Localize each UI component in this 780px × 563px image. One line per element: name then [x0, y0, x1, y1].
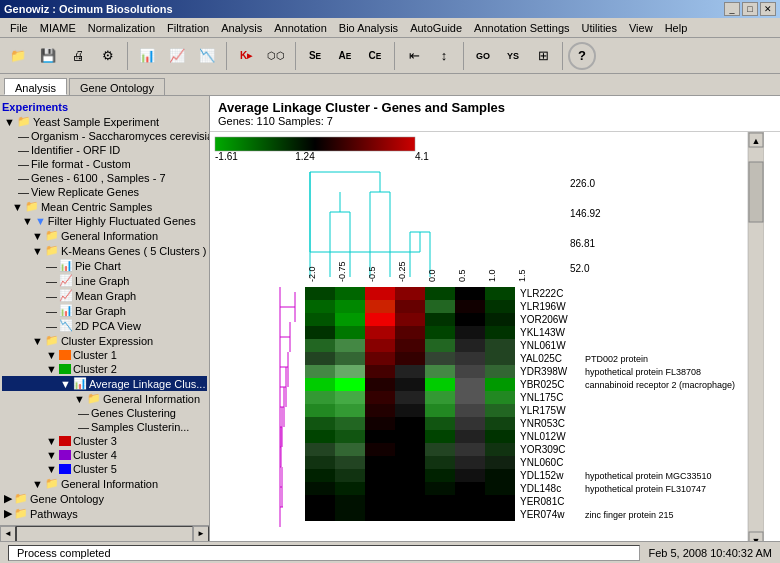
svg-rect-137	[365, 469, 395, 482]
tree-kmeans[interactable]: ▼ 📁 K-Means Genes ( 5 Clusters )	[2, 243, 207, 258]
tool-print[interactable]: 🖨	[64, 42, 92, 70]
gene-label-11: YNR053C	[520, 418, 565, 429]
close-button[interactable]: ✕	[760, 2, 776, 16]
svg-rect-63	[455, 326, 485, 339]
tree-cluster5[interactable]: ▼ Cluster 5	[2, 462, 207, 476]
tab-gene-ontology[interactable]: Gene Ontology	[69, 78, 165, 95]
tree-mean-centric[interactable]: ▼ 📁 Mean Centric Samples	[2, 199, 207, 214]
tree-cluster3[interactable]: ▼ Cluster 3	[2, 434, 207, 448]
gene-label-18: YER074w	[520, 509, 565, 520]
tool-nav2[interactable]: ↕	[430, 42, 458, 70]
tree-genes[interactable]: — Genes - 6100 , Samples - 7	[2, 171, 207, 185]
menu-utilities[interactable]: Utilities	[576, 20, 623, 36]
svg-rect-101	[335, 404, 365, 417]
svg-rect-65	[305, 339, 335, 352]
tree-samples-clustering[interactable]: — Samples Clusterin...	[2, 420, 207, 434]
scroll-right-btn[interactable]: ►	[193, 526, 209, 542]
tool-cluster[interactable]: ⬡⬡	[262, 42, 290, 70]
tree-general-info-2[interactable]: ▼ 📁 General Information	[2, 391, 207, 406]
svg-rect-37	[305, 287, 335, 300]
svg-rect-80	[335, 365, 365, 378]
svg-text:0.0: 0.0	[427, 269, 437, 282]
tree-filter[interactable]: ▼ ▼ Filter Highly Fluctuated Genes	[2, 214, 207, 228]
svg-rect-105	[455, 404, 485, 417]
tool-c1[interactable]: CE	[361, 42, 389, 70]
svg-rect-150	[335, 495, 365, 508]
status-datetime: Feb 5, 2008 10:40:32 AM	[648, 547, 772, 559]
tool-save[interactable]: 💾	[34, 42, 62, 70]
menu-normalization[interactable]: Normalization	[82, 20, 161, 36]
tool-open[interactable]: 📁	[4, 42, 32, 70]
tree-cluster2[interactable]: ▼ Cluster 2	[2, 362, 207, 376]
svg-rect-89	[395, 378, 425, 391]
menu-annotation[interactable]: Annotation	[268, 20, 333, 36]
menu-filtration[interactable]: Filtration	[161, 20, 215, 36]
svg-rect-48	[425, 300, 455, 313]
tree-view[interactable]: Experiments ▼ 📁 Yeast Sample Experiment …	[0, 96, 209, 525]
scroll-left-btn[interactable]: ◄	[0, 526, 16, 542]
status-bar: Process completed Feb 5, 2008 10:40:32 A…	[0, 541, 780, 563]
maximize-button[interactable]: □	[742, 2, 758, 16]
tree-identifier[interactable]: — Identifier - ORF ID	[2, 143, 207, 157]
tree-replicate[interactable]: — View Replicate Genes	[2, 185, 207, 199]
tool-nav1[interactable]: ⇤	[400, 42, 428, 70]
tree-cluster4[interactable]: ▼ Cluster 4	[2, 448, 207, 462]
tree-gene-ontology[interactable]: ▶ 📁 Gene Ontology	[2, 491, 207, 506]
menu-bioanalysis[interactable]: Bio Analysis	[333, 20, 404, 36]
svg-rect-110	[395, 417, 425, 430]
svg-rect-58	[305, 326, 335, 339]
tree-general-info-3[interactable]: ▼ 📁 General Information	[2, 476, 207, 491]
tree-fileformat[interactable]: — File format - Custom	[2, 157, 207, 171]
svg-text:-0.5: -0.5	[367, 266, 377, 282]
svg-rect-142	[305, 482, 335, 495]
svg-rect-127	[485, 443, 515, 456]
tool-go[interactable]: GO	[469, 42, 497, 70]
tool-a1[interactable]: AE	[331, 42, 359, 70]
tool-chart2[interactable]: 📈	[163, 42, 191, 70]
tree-line-graph[interactable]: — 📈 Line Graph	[2, 273, 207, 288]
tree-pca[interactable]: — 📉 2D PCA View	[2, 318, 207, 333]
tree-experiments-header[interactable]: Experiments	[2, 100, 207, 114]
content-body: -1.61 1.24 4.1	[210, 132, 780, 541]
svg-rect-133	[455, 456, 485, 469]
menu-miame[interactable]: MIAME	[34, 20, 82, 36]
dendro-val-1: 226.0	[570, 178, 595, 189]
minimize-button[interactable]: _	[724, 2, 740, 16]
tree-mean-graph[interactable]: — 📈 Mean Graph	[2, 288, 207, 303]
tree-pathways[interactable]: ▶ 📁 Pathways	[2, 506, 207, 521]
menu-annotation-settings[interactable]: Annotation Settings	[468, 20, 575, 36]
menu-analysis[interactable]: Analysis	[215, 20, 268, 36]
tool-s1[interactable]: SE	[301, 42, 329, 70]
tree-yeast-experiment[interactable]: ▼ 📁 Yeast Sample Experiment	[2, 114, 207, 129]
tool-table[interactable]: ⊞	[529, 42, 557, 70]
tree-pie-chart[interactable]: — 📊 Pie Chart	[2, 258, 207, 273]
tree-cluster1[interactable]: ▼ Cluster 1	[2, 348, 207, 362]
scale-min-label: -1.61	[215, 151, 238, 162]
tree-general-info-1[interactable]: ▼ 📁 General Information	[2, 228, 207, 243]
bottom-axis: -2.0 -0.75 -0.5 -0.25 0.0 0.5 1.0 1.5	[307, 261, 527, 282]
svg-rect-119	[455, 430, 485, 443]
tree-cluster-expression[interactable]: ▼ 📁 Cluster Expression	[2, 333, 207, 348]
tool-vs[interactable]: YS	[499, 42, 527, 70]
svg-rect-159	[395, 508, 425, 521]
tab-analysis[interactable]: Analysis	[4, 78, 67, 95]
menu-help[interactable]: Help	[659, 20, 694, 36]
tool-chart1[interactable]: 📊	[133, 42, 161, 70]
tree-avg-linkage[interactable]: ▼ 📊 Average Linkage Clus...	[2, 376, 207, 391]
svg-rect-147	[455, 482, 485, 495]
gene-label-4: YKL143W	[520, 327, 566, 338]
window-controls[interactable]: _ □ ✕	[724, 2, 776, 16]
tree-bar-graph[interactable]: — 📊 Bar Graph	[2, 303, 207, 318]
tool-chart3[interactable]: 📉	[193, 42, 221, 70]
menu-autoguide[interactable]: AutoGuide	[404, 20, 468, 36]
menu-file[interactable]: File	[4, 20, 34, 36]
tool-help[interactable]: ?	[568, 42, 596, 70]
tool-gene[interactable]: K▸	[232, 42, 260, 70]
tree-genes-clustering[interactable]: — Genes Clustering	[2, 406, 207, 420]
svg-rect-93	[305, 391, 335, 404]
tree-organism[interactable]: — Organism - Saccharomyces cerevisiae	[2, 129, 207, 143]
chart-subtitle: Genes: 110 Samples: 7	[218, 115, 772, 127]
tool-settings[interactable]: ⚙	[94, 42, 122, 70]
svg-rect-78	[485, 352, 515, 365]
menu-view[interactable]: View	[623, 20, 659, 36]
